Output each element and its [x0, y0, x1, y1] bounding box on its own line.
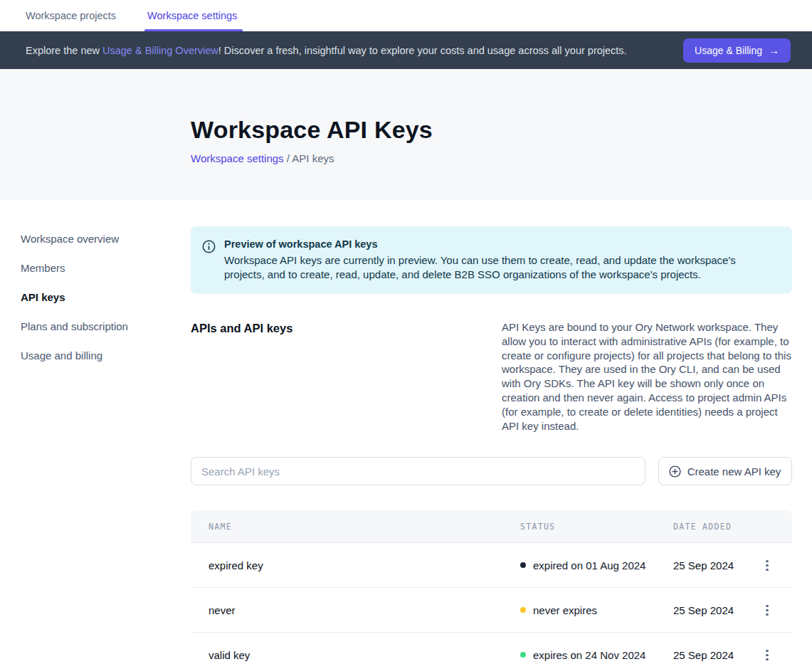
api-key-name: valid key	[191, 649, 520, 661]
table-row: expired key expired on 01 Aug 2024 25 Se…	[191, 543, 792, 588]
date-added: 25 Sep 2024	[673, 559, 762, 571]
column-header-date-added: DATE ADDED	[673, 522, 762, 532]
date-added: 25 Sep 2024	[673, 649, 762, 661]
breadcrumb-workspace-settings-link[interactable]: Workspace settings	[191, 152, 284, 164]
announcement-banner: Explore the new Usage & Billing Overview…	[0, 31, 812, 69]
preview-callout: Preview of workspace API keys Workspace …	[191, 226, 792, 294]
status-text: never expires	[533, 604, 597, 616]
sidebar-item-plans-subscription[interactable]: Plans and subscription	[21, 315, 191, 338]
banner-text-after: ! Discover a fresh, insightful way to ex…	[218, 45, 627, 56]
search-input[interactable]	[191, 457, 645, 485]
row-actions-kebab-icon[interactable]	[762, 557, 772, 574]
table-header-row: NAME STATUS DATE ADDED	[191, 510, 792, 543]
api-key-status: expires on 24 Nov 2024	[520, 649, 673, 661]
main-content: Preview of workspace API keys Workspace …	[191, 200, 812, 669]
status-dot-never-expires	[520, 607, 526, 613]
api-keys-section: APIs and API keys API Keys are bound to …	[191, 320, 792, 433]
create-api-key-button[interactable]: Create new API key	[658, 457, 792, 485]
row-actions-kebab-icon[interactable]	[762, 602, 772, 619]
row-actions-kebab-icon[interactable]	[762, 647, 772, 664]
top-navigation: Workspace projects Workspace settings	[0, 0, 812, 31]
api-key-status: never expires	[520, 604, 673, 616]
api-key-name: never	[191, 604, 520, 616]
api-key-status: expired on 01 Aug 2024	[520, 559, 673, 571]
plus-circle-icon	[669, 465, 681, 478]
section-heading: APIs and API keys	[191, 320, 502, 433]
sidebar-item-workspace-overview[interactable]: Workspace overview	[21, 227, 191, 251]
status-text: expires on 24 Nov 2024	[533, 649, 645, 661]
column-header-status: STATUS	[520, 522, 673, 532]
sidebar-item-members[interactable]: Members	[21, 256, 191, 280]
api-key-name: expired key	[191, 559, 520, 571]
table-row: never never expires 25 Sep 2024	[191, 588, 792, 633]
status-dot-expired	[520, 562, 526, 568]
api-keys-toolbar: Create new API key	[191, 457, 792, 485]
banner-message: Explore the new Usage & Billing Overview…	[26, 45, 683, 56]
table-row: valid key expires on 24 Nov 2024 25 Sep …	[191, 633, 792, 669]
api-keys-table: NAME STATUS DATE ADDED expired key expir…	[191, 510, 792, 669]
date-added: 25 Sep 2024	[673, 604, 762, 616]
banner-text-before: Explore the new	[26, 45, 102, 56]
settings-sidebar: Workspace overview Members API keys Plan…	[0, 200, 191, 669]
sidebar-item-api-keys[interactable]: API keys	[21, 285, 191, 309]
status-text: expired on 01 Aug 2024	[533, 559, 645, 571]
banner-usage-billing-link[interactable]: Usage & Billing Overview	[102, 45, 218, 56]
page-title: Workspace API Keys	[191, 116, 812, 144]
sidebar-item-usage-billing[interactable]: Usage and billing	[21, 344, 191, 367]
column-header-name: NAME	[191, 522, 520, 532]
breadcrumb-current: API keys	[292, 152, 334, 164]
arrow-right-icon: →	[769, 44, 779, 56]
breadcrumb-separator: /	[287, 152, 290, 164]
status-dot-valid	[520, 652, 526, 658]
callout-body: Workspace API keys are currently in prev…	[224, 253, 775, 282]
usage-billing-button[interactable]: Usage & Billing →	[683, 38, 791, 63]
callout-title: Preview of workspace API keys	[224, 238, 775, 250]
section-description: API Keys are bound to your Ory Network w…	[502, 320, 792, 433]
info-circle-icon	[202, 240, 216, 282]
tab-workspace-projects[interactable]: Workspace projects	[26, 0, 116, 31]
breadcrumb: Workspace settings / API keys	[191, 152, 812, 164]
page-header: Workspace API Keys Workspace settings / …	[0, 69, 812, 200]
callout-content: Preview of workspace API keys Workspace …	[224, 238, 775, 282]
tab-workspace-settings[interactable]: Workspace settings	[147, 0, 237, 31]
page-body: Workspace overview Members API keys Plan…	[0, 200, 812, 669]
usage-billing-button-label: Usage & Billing	[695, 45, 762, 56]
create-api-key-button-label: Create new API key	[687, 465, 781, 478]
